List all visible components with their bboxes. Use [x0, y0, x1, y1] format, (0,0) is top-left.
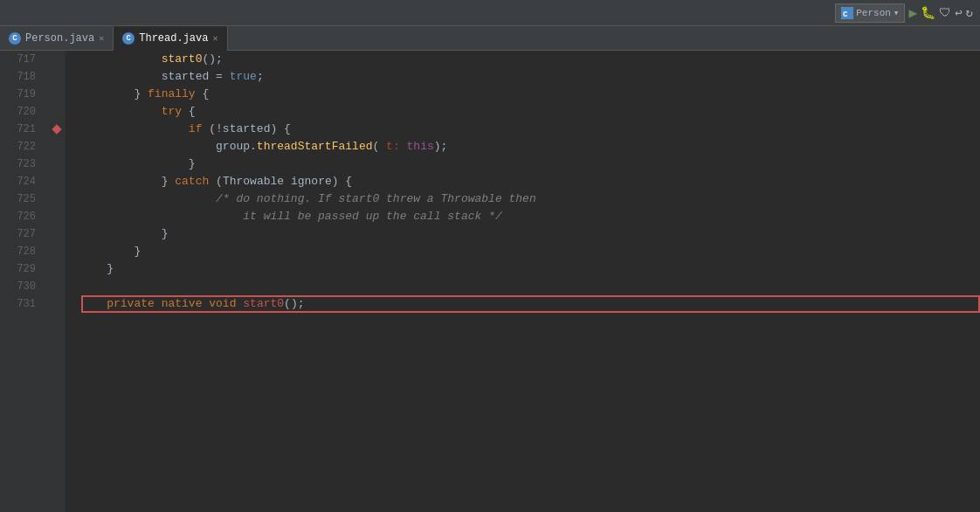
code-text-722: group.threadStartFailed( t: this);	[79, 138, 447, 156]
line-numbers: 717 718 719 720 721 722 723 724 725 726 …	[0, 51, 48, 512]
code-line-725: /* do nothing. If start0 threw a Throwab…	[79, 190, 980, 208]
fold-row-723	[66, 156, 76, 173]
tab-bar: C Person.java ✕ C Thread.java ✕	[0, 26, 980, 51]
fold-row-719	[66, 86, 76, 103]
line-num-729: 729	[0, 260, 41, 278]
code-text-721: if (!started) {	[79, 121, 291, 138]
tab-icon-person: C	[9, 32, 21, 45]
code-line-723: }	[79, 156, 980, 173]
code-text-723: }	[79, 156, 196, 173]
line-num-723: 723	[0, 156, 41, 173]
run-config-label: Person	[856, 8, 891, 18]
fold-row-730	[66, 278, 76, 295]
code-area[interactable]: start0(); started = true; } finally { tr…	[76, 51, 980, 512]
gutter-row-719[interactable]	[48, 86, 66, 103]
run-config-selector[interactable]: C Person ▾	[835, 3, 905, 23]
code-text-719: } finally {	[79, 86, 209, 103]
code-line-724: } catch (Throwable ignore) {	[79, 173, 980, 190]
fold-row-727	[66, 225, 76, 243]
code-line-720: try {	[79, 103, 980, 121]
code-text-726: it will be passed up the call stack */	[79, 208, 502, 225]
gutter-row-717[interactable]	[48, 51, 66, 68]
debug-button[interactable]: 🐛	[921, 5, 935, 20]
gutter-row-724[interactable]	[48, 173, 66, 190]
gutter-row-721[interactable]	[48, 121, 66, 138]
tab-person-label: Person.java	[25, 32, 94, 45]
gutter-row-723[interactable]	[48, 156, 66, 173]
breakpoint-721[interactable]	[52, 124, 61, 134]
editor: 717 718 719 720 721 722 723 724 725 726 …	[0, 51, 980, 512]
chevron-down-icon: ▾	[894, 7, 900, 18]
fold-row-725	[66, 190, 76, 208]
tab-thread[interactable]: C Thread.java ✕	[114, 26, 227, 51]
fold-gutter	[66, 51, 76, 512]
code-line-728: }	[79, 243, 980, 260]
gutter-row-728[interactable]	[48, 243, 66, 260]
code-text-725: /* do nothing. If start0 threw a Throwab…	[79, 190, 536, 208]
code-text-717: start0();	[79, 51, 223, 68]
fold-row-731	[66, 295, 76, 313]
fold-row-722	[66, 138, 76, 156]
gutter-row-729[interactable]	[48, 260, 66, 278]
tab-person[interactable]: C Person.java ✕	[0, 26, 114, 51]
fold-row-726	[66, 208, 76, 225]
coverage-button[interactable]: 🛡	[939, 6, 951, 20]
code-line-729: }	[79, 260, 980, 278]
line-num-726: 726	[0, 208, 41, 225]
run-config-icon: C	[841, 7, 853, 19]
line-num-728: 728	[0, 243, 41, 260]
code-text-728: }	[79, 243, 141, 260]
gutter-row-727[interactable]	[48, 225, 66, 243]
line-num-725: 725	[0, 190, 41, 208]
fold-row-724	[66, 173, 76, 190]
tab-thread-close[interactable]: ✕	[212, 33, 217, 44]
fold-row-728	[66, 243, 76, 260]
gutter-row-731[interactable]	[48, 295, 66, 313]
toolbar: C Person ▾ ▶ 🐛 🛡 ↩ ↻	[0, 0, 980, 26]
code-text-718: started = true;	[79, 68, 264, 86]
code-line-721: if (!started) {	[79, 121, 980, 138]
gutter-row-720[interactable]	[48, 103, 66, 121]
code-line-718: started = true;	[79, 68, 980, 86]
gutter-row-726[interactable]	[48, 208, 66, 225]
fold-row-717	[66, 51, 76, 68]
code-text-727: }	[79, 225, 168, 243]
line-num-719: 719	[0, 86, 41, 103]
fold-row-729	[66, 260, 76, 278]
profile-button[interactable]: ↩	[955, 5, 962, 20]
breakpoint-gutter	[48, 51, 66, 512]
gutter-row-718[interactable]	[48, 68, 66, 86]
code-line-722: group.threadStartFailed( t: this);	[79, 138, 980, 156]
code-line-719: } finally {	[79, 86, 980, 103]
line-num-720: 720	[0, 103, 41, 121]
reload-button[interactable]: ↻	[966, 5, 973, 20]
line-num-731: 731	[0, 295, 41, 313]
code-line-717: start0();	[79, 51, 980, 68]
code-line-730	[79, 278, 980, 295]
code-line-727: }	[79, 225, 980, 243]
code-text-729: }	[79, 260, 114, 278]
gutter-row-730[interactable]	[48, 278, 66, 295]
tab-icon-thread: C	[122, 32, 135, 45]
tab-thread-label: Thread.java	[139, 32, 208, 45]
code-text-724: } catch (Throwable ignore) {	[79, 173, 352, 190]
gutter-row-722[interactable]	[48, 138, 66, 156]
line-num-717: 717	[0, 51, 41, 68]
run-button[interactable]: ▶	[908, 4, 917, 22]
code-text-731: private native void start0();	[79, 295, 305, 313]
tab-person-close[interactable]: ✕	[99, 33, 104, 44]
line-num-730: 730	[0, 278, 41, 295]
gutter-row-725[interactable]	[48, 190, 66, 208]
code-text-720: try {	[79, 103, 196, 121]
code-text-730	[79, 278, 86, 295]
line-num-727: 727	[0, 225, 41, 243]
fold-row-721	[66, 121, 76, 138]
line-num-718: 718	[0, 68, 41, 86]
line-num-722: 722	[0, 138, 41, 156]
fold-row-720	[66, 103, 76, 121]
fold-row-718	[66, 68, 76, 86]
code-line-726: it will be passed up the call stack */	[79, 208, 980, 225]
line-num-724: 724	[0, 173, 41, 190]
line-num-721: 721	[0, 121, 41, 138]
svg-text:C: C	[843, 10, 848, 19]
